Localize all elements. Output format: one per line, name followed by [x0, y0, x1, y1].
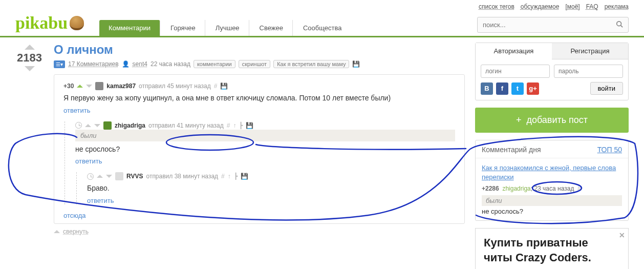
top-link[interactable]: FAQ [586, 3, 598, 10]
save-icon[interactable]: 💾 [241, 173, 248, 180]
vk-icon[interactable]: B [481, 82, 493, 95]
comments-count-link[interactable]: 17 Комментариев [68, 60, 119, 68]
post-author[interactable]: sent4 [133, 60, 147, 68]
top-link[interactable]: список тегов [479, 3, 514, 10]
top-link[interactable]: [моё] [565, 3, 579, 10]
upvote-icon[interactable] [25, 45, 35, 50]
comment-rating: +30 [63, 82, 74, 90]
post-tag[interactable]: скриншот [239, 60, 270, 68]
reply-link[interactable]: ответить [75, 157, 102, 165]
comment-downvote-icon[interactable] [86, 85, 92, 88]
comment-upvote-icon[interactable] [85, 124, 91, 127]
comment: zhigadriga отправил 41 минуту назад # ↑ … [65, 121, 455, 204]
tab-register[interactable]: Регистрация [552, 43, 628, 59]
comment-downvote-icon[interactable] [106, 175, 112, 178]
facebook-icon[interactable]: f [496, 82, 508, 95]
main-nav: Комментарии Горячее Лучшее Свежее Сообще… [99, 20, 462, 36]
twitter-icon[interactable]: t [511, 82, 524, 95]
nav-fresh[interactable]: Свежее [250, 20, 293, 36]
search-icon[interactable] [611, 17, 628, 32]
comment-author[interactable]: zhigadriga [115, 122, 145, 129]
svg-line-1 [621, 26, 623, 28]
add-post-button[interactable]: + добавить пост [475, 108, 629, 133]
google-plus-icon[interactable]: g+ [527, 82, 539, 95]
tree-icon[interactable]: ┣ [239, 122, 243, 129]
comment-body: Я первую жену за жопу ущипнул, а она мне… [63, 93, 455, 104]
user-icon: 👤 [122, 60, 130, 68]
post-tag[interactable]: комментарии [194, 60, 235, 68]
login-input[interactable] [481, 65, 550, 78]
top-link[interactable]: обсуждаемое [521, 3, 560, 10]
avatar [103, 121, 112, 130]
source-link[interactable]: отсюда [63, 212, 455, 219]
post-time: 22 часа назад [151, 60, 190, 68]
comment-quote: были [75, 130, 455, 141]
comment-upvote-icon[interactable] [97, 175, 103, 178]
search-input[interactable] [478, 18, 611, 32]
plus-icon: + [516, 115, 522, 125]
search-box [477, 17, 629, 33]
parent-icon[interactable]: ↑ [233, 122, 236, 129]
svg-point-0 [617, 22, 621, 26]
avatar [95, 82, 103, 90]
comment-downvote-icon[interactable] [94, 124, 100, 127]
comment-body: Браво. [87, 183, 455, 194]
hash-icon[interactable]: # [214, 82, 218, 90]
comment-author[interactable]: kamaz987 [106, 82, 136, 90]
top-link[interactable]: реклама [605, 3, 629, 10]
cod-body: не срослось? [482, 208, 622, 215]
auth-widget: Авторизация Регистрация B f t g+ войти [475, 43, 629, 100]
tree-icon[interactable]: ┣ [234, 173, 238, 180]
save-icon[interactable]: 💾 [352, 60, 360, 68]
tab-login[interactable]: Авторизация [476, 43, 552, 59]
save-icon[interactable]: 💾 [220, 82, 228, 90]
reply-link[interactable]: ответить [87, 197, 114, 204]
top-links: список тегов обсуждаемое [моё] FAQ рекла… [0, 0, 644, 13]
cod-rating: +2286 [482, 185, 499, 192]
comment-body: не срослось? [75, 144, 455, 155]
site-logo[interactable]: pikabu [15, 13, 84, 36]
top50-link[interactable]: ТОП 50 [597, 146, 622, 154]
hash-icon[interactable]: # [227, 122, 230, 129]
ad-banner[interactable]: ✕ Купить приватные читы Crazy Coders. [475, 228, 629, 269]
parent-icon[interactable]: ↑ [228, 173, 231, 180]
comments-block: +30 kamaz987 отправил 45 минут назад # 💾… [54, 74, 465, 224]
cod-author[interactable]: zhigadriga [502, 185, 530, 192]
post-score: 2183 [17, 51, 42, 65]
comment-time: отправил 41 минуту назад [148, 122, 224, 129]
nav-comments[interactable]: Комментарии [99, 20, 160, 36]
logo-icon [70, 16, 84, 30]
comment-author[interactable]: RVVS [126, 173, 143, 180]
nav-best[interactable]: Лучшее [206, 20, 249, 36]
cod-quote: были [482, 195, 622, 206]
comment-time: отправил 38 минут назад [146, 173, 218, 180]
widget-title: Комментарий дня [482, 146, 541, 154]
comment: +30 kamaz987 отправил 45 минут назад # 💾… [63, 82, 455, 114]
clock-icon [75, 122, 82, 129]
collapse-link[interactable]: свернуть [54, 228, 465, 235]
downvote-icon[interactable] [25, 66, 35, 71]
comment-of-day-widget: Комментарий дня ТОП 50 Как я познакомилс… [475, 140, 629, 221]
post-title[interactable]: О личном [54, 43, 465, 57]
cod-time: 23 часа назад [534, 185, 574, 192]
save-icon[interactable]: 💾 [246, 122, 253, 129]
cod-post-link[interactable]: Как я познакомился с женой, первые слова… [482, 163, 622, 182]
comment-upvote-icon[interactable] [77, 85, 83, 88]
login-button[interactable]: войти [590, 82, 623, 95]
reply-link[interactable]: ответить [63, 107, 90, 114]
nav-communities[interactable]: Сообщества [294, 20, 351, 36]
comment-time: отправил 45 минут назад [139, 82, 211, 90]
avatar [115, 172, 123, 180]
chevron-up-icon [54, 230, 60, 233]
clock-icon [87, 173, 94, 180]
comment: RVVS отправил 38 минут назад # ↑ ┣ 💾 Бра… [76, 172, 455, 204]
close-icon[interactable]: ✕ [619, 231, 625, 240]
nav-hot[interactable]: Горячее [161, 20, 205, 36]
password-input[interactable] [554, 65, 623, 78]
post-tag[interactable]: Как я встретил вашу маму [273, 60, 349, 68]
view-mode-icon[interactable]: ☰▾ [54, 60, 65, 68]
hash-icon[interactable]: # [221, 173, 225, 180]
hash-icon[interactable]: # [577, 185, 581, 192]
